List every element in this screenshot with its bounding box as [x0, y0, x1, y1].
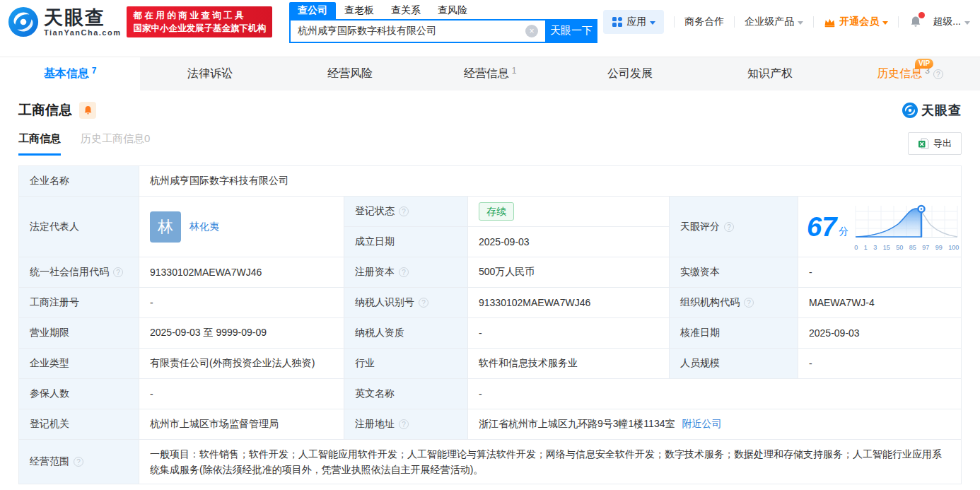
promo-line1: 都 在 用 的 商 业 查 询 工 具: [133, 9, 266, 22]
tab-count: 7: [92, 66, 97, 76]
business-scope-value: 一般项目：软件销售；软件开发；人工智能应用软件开发；人工智能理论与算法软件开发；…: [139, 440, 962, 484]
menu-cooperation[interactable]: 商务合作: [684, 16, 724, 28]
company-nav-tabs: 基本信息7 法律诉讼 经营风险 经营信息1 公司发展 知识产权 历史信息 VIP…: [0, 57, 980, 91]
search-tab-relation[interactable]: 查关系: [383, 2, 429, 19]
company-name-value: 杭州咸亨国际数字科技有限公司: [139, 166, 962, 197]
brand-name: 天眼查: [44, 8, 121, 28]
chevron-down-icon: [882, 21, 888, 25]
score-unit: 分: [839, 226, 848, 238]
nearby-companies-link[interactable]: 附近公司: [682, 418, 721, 431]
subscribe-bell-icon[interactable]: [79, 102, 96, 119]
clear-search-icon[interactable]: ×: [525, 25, 538, 37]
insured-count-value: -: [139, 379, 344, 409]
field-label: 工商注册号: [19, 288, 139, 318]
reg-number-value: -: [139, 288, 344, 318]
tab-company-development[interactable]: 公司发展: [560, 57, 700, 91]
search-input[interactable]: [289, 19, 545, 43]
help-icon[interactable]: ?: [399, 267, 409, 277]
field-label: 纳税人资质: [344, 318, 468, 349]
help-icon[interactable]: ?: [399, 206, 409, 216]
field-label: 注册资本?: [344, 257, 468, 288]
approval-date-value: 2025-09-03: [798, 318, 962, 349]
crown-icon: [824, 17, 836, 28]
tab-history-info[interactable]: 历史信息 VIP 3 ?: [840, 57, 980, 91]
apps-icon: [612, 16, 623, 28]
field-label: 英文名称: [344, 379, 468, 409]
tab-intellectual-property[interactable]: 知识产权: [700, 57, 840, 91]
help-icon[interactable]: ?: [933, 69, 943, 79]
field-label: 人员规模: [670, 349, 798, 379]
divider: [813, 16, 814, 28]
subtab-business-info[interactable]: 工商信息: [18, 132, 61, 156]
score-cell: 67 分: [798, 197, 962, 257]
chevron-down-icon: [650, 21, 655, 25]
subtab-history-business-info[interactable]: 历史工商信息0: [81, 132, 150, 156]
section-subtabs: 工商信息 历史工商信息0: [18, 132, 150, 156]
notification-bell-icon[interactable]: [909, 15, 923, 29]
notification-dot: [918, 12, 925, 18]
field-label: 登记机关: [19, 409, 139, 440]
menu-user-account[interactable]: 超级...: [933, 16, 970, 28]
taxpayer-quality-value: -: [468, 318, 670, 349]
field-label: 核准日期: [670, 318, 798, 349]
credit-code-value: 91330102MAEWA7WJ46: [139, 257, 344, 288]
menu-apps[interactable]: 应用: [603, 10, 664, 34]
excel-icon: [918, 138, 929, 149]
divider: [674, 16, 675, 28]
help-icon[interactable]: ?: [419, 298, 428, 308]
reg-authority-value: 杭州市上城区市场监督管理局: [139, 409, 344, 440]
header-menu: 应用 商务合作 企业级产品 开通会员: [603, 10, 970, 34]
vip-badge: VIP: [915, 59, 933, 69]
score-value: 67: [807, 214, 836, 240]
help-icon[interactable]: ?: [74, 457, 83, 467]
field-label: 组织机构代码?: [670, 288, 798, 318]
tianyancha-logo[interactable]: 天眼查 TianYanCha.com: [7, 6, 121, 38]
tab-operational-risk[interactable]: 经营风险: [280, 57, 420, 91]
search-tab-boss[interactable]: 查老板: [336, 2, 383, 19]
help-icon[interactable]: ?: [744, 298, 754, 308]
field-label: 经营范围?: [19, 440, 139, 484]
table-row: 法定代表人 林 林化夷 登记状态? 存续 成立日期 2025-09-03 天眼评…: [19, 197, 962, 257]
search-button[interactable]: 天眼一下: [545, 19, 597, 43]
field-label: 成立日期: [344, 227, 468, 257]
field-label: 企业名称: [19, 166, 139, 197]
field-label: 参保人数: [19, 379, 139, 409]
business-term-value: 2025-09-03 至 9999-09-09: [139, 318, 344, 349]
tab-basic-info[interactable]: 基本信息7: [0, 57, 140, 91]
table-row: 企业类型 有限责任公司(外商投资企业法人独资) 行业 软件和信息技术服务业 人员…: [19, 349, 962, 379]
legal-rep-link[interactable]: 林化夷: [189, 221, 219, 233]
reg-address-cell: 浙江省杭州市上城区九环路9号3幢1楼1134室 附近公司: [468, 409, 962, 440]
export-button[interactable]: 导出: [908, 132, 962, 155]
field-label: 天眼评分?: [670, 197, 798, 257]
top-header: 天眼查 TianYanCha.com 都 在 用 的 商 业 查 询 工 具 国…: [0, 0, 980, 44]
tab-business-info[interactable]: 经营信息1: [420, 57, 560, 91]
field-label: 企业类型: [19, 349, 139, 379]
menu-enterprise[interactable]: 企业级产品: [745, 16, 803, 28]
table-row: 登记机关 杭州市上城区市场监督管理局 注册地址? 浙江省杭州市上城区九环路9号3…: [19, 409, 962, 440]
main-content: 工商信息 天眼查 工商信息 历史工商信息0: [0, 101, 980, 484]
chevron-down-icon: [798, 21, 803, 25]
search-tab-risk[interactable]: 查风险: [429, 2, 476, 19]
field-label: 注册地址?: [344, 409, 468, 440]
score-axis-ticks: 0131550859799100: [854, 244, 959, 251]
search-tab-company[interactable]: 查公司: [289, 2, 336, 19]
page: 天眼查 TianYanCha.com 都 在 用 的 商 业 查 询 工 具 国…: [0, 0, 980, 490]
section-title: 工商信息: [18, 101, 72, 119]
table-row: 参保人数 - 英文名称 -: [19, 379, 962, 409]
help-icon[interactable]: ?: [399, 419, 409, 429]
field-label: 登记状态?: [344, 197, 468, 227]
field-label: 统一社会信用代码?: [19, 257, 139, 288]
promo-line2: 国家中小企业发展子基金旗下机构: [133, 22, 266, 35]
table-row: 工商注册号 - 纳税人识别号? 91330102MAEWA7WJ46 组织机构代…: [19, 288, 962, 318]
paid-capital-value: -: [798, 257, 962, 288]
legal-rep-avatar[interactable]: 林: [150, 211, 181, 243]
field-label: 纳税人识别号?: [344, 288, 468, 318]
table-row: 营业期限 2025-09-03 至 9999-09-09 纳税人资质 - 核准日…: [19, 318, 962, 349]
tab-count: 1: [512, 66, 517, 76]
field-label: 营业期限: [19, 318, 139, 349]
menu-open-vip[interactable]: 开通会员: [824, 16, 888, 28]
tab-legal-litigation[interactable]: 法律诉讼: [140, 57, 280, 91]
table-row: 经营范围? 一般项目：软件销售；软件开发；人工智能应用软件开发；人工智能理论与算…: [19, 440, 962, 484]
help-icon[interactable]: ?: [113, 267, 123, 277]
help-icon[interactable]: ?: [724, 222, 734, 232]
